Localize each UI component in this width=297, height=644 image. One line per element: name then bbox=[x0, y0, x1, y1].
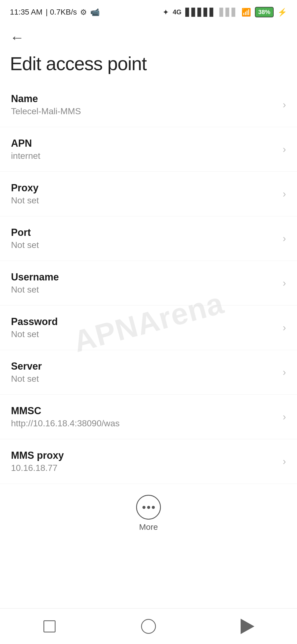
chevron-icon-server: › bbox=[283, 367, 286, 378]
settings-label-password: Password bbox=[11, 316, 277, 328]
settings-item-username[interactable]: Username Not set › bbox=[0, 261, 297, 305]
settings-item-port[interactable]: Port Not set › bbox=[0, 216, 297, 261]
page-title: Edit access point bbox=[0, 47, 297, 83]
battery-indicator: 38 % bbox=[255, 7, 274, 17]
settings-value-server: Not set bbox=[11, 374, 277, 384]
settings-item-port-content: Port Not set bbox=[11, 227, 277, 250]
settings-value-password: Not set bbox=[11, 329, 277, 339]
settings-item-username-content: Username Not set bbox=[11, 271, 277, 295]
settings-item-name[interactable]: Name Telecel-Mali-MMS › bbox=[0, 83, 297, 127]
status-bar: 11:35 AM | 0.7KB/s ⚙ 📹 ✦ 4G ▋▋▋▋▋ ▋▋▋ 📶 … bbox=[0, 0, 297, 22]
signal-bars-icon: ▋▋▋▋▋ bbox=[185, 8, 216, 17]
settings-label-server: Server bbox=[11, 361, 277, 372]
settings-item-server[interactable]: Server Not set › bbox=[0, 350, 297, 395]
signal-bars2-icon: ▋▋▋ bbox=[219, 8, 238, 17]
signal-4g-icon: 4G bbox=[173, 8, 182, 16]
chevron-icon-name: › bbox=[283, 99, 286, 111]
back-nav-button[interactable] bbox=[231, 615, 264, 637]
dot2 bbox=[147, 506, 150, 509]
chevron-icon-proxy: › bbox=[283, 188, 286, 200]
settings-label-name: Name bbox=[11, 93, 277, 105]
settings-item-mmsc[interactable]: MMSC http://10.16.18.4:38090/was › bbox=[0, 395, 297, 439]
settings-value-mmsc: http://10.16.18.4:38090/was bbox=[11, 418, 277, 429]
settings-item-apn[interactable]: APN internet › bbox=[0, 127, 297, 172]
settings-item-password[interactable]: Password Not set › bbox=[0, 305, 297, 350]
wifi-icon: 📶 bbox=[241, 8, 251, 17]
video-status-icon: 📹 bbox=[90, 8, 100, 17]
speed-display: | 0.7KB/s bbox=[46, 8, 77, 17]
recent-apps-icon bbox=[43, 620, 56, 632]
settings-item-mms-proxy-content: MMS proxy 10.16.18.77 bbox=[11, 450, 277, 473]
back-arrow-icon[interactable]: ← bbox=[10, 29, 24, 45]
settings-value-mms-proxy: 10.16.18.77 bbox=[11, 463, 277, 473]
back-nav-icon bbox=[241, 619, 254, 634]
settings-value-proxy: Not set bbox=[11, 195, 277, 206]
settings-label-mmsc: MMSC bbox=[11, 405, 277, 417]
home-button[interactable] bbox=[132, 615, 165, 637]
settings-label-mms-proxy: MMS proxy bbox=[11, 450, 277, 461]
time-display: 11:35 AM bbox=[10, 8, 42, 17]
settings-item-proxy-content: Proxy Not set bbox=[11, 182, 277, 206]
settings-item-mms-proxy[interactable]: MMS proxy 10.16.18.77 › bbox=[0, 439, 297, 484]
more-dots-icon bbox=[142, 506, 155, 509]
settings-value-name: Telecel-Mali-MMS bbox=[11, 106, 277, 116]
back-button-area[interactable]: ← bbox=[0, 22, 297, 47]
bluetooth-icon: ✦ bbox=[163, 8, 169, 17]
settings-list: Name Telecel-Mali-MMS › APN internet › P… bbox=[0, 83, 297, 484]
settings-item-name-content: Name Telecel-Mali-MMS bbox=[11, 93, 277, 116]
settings-value-username: Not set bbox=[11, 285, 277, 295]
chevron-icon-password: › bbox=[283, 322, 286, 334]
chevron-icon-username: › bbox=[283, 277, 286, 289]
settings-label-username: Username bbox=[11, 271, 277, 283]
status-right: ✦ 4G ▋▋▋▋▋ ▋▋▋ 📶 38 % ⚡ bbox=[163, 7, 287, 17]
dot3 bbox=[152, 506, 155, 509]
settings-label-apn: APN bbox=[11, 138, 277, 149]
settings-label-port: Port bbox=[11, 227, 277, 238]
settings-label-proxy: Proxy bbox=[11, 182, 277, 194]
settings-item-proxy[interactable]: Proxy Not set › bbox=[0, 172, 297, 216]
chevron-icon-mmsc: › bbox=[283, 411, 286, 423]
more-circle-button[interactable] bbox=[136, 495, 161, 520]
status-left: 11:35 AM | 0.7KB/s ⚙ 📹 bbox=[10, 8, 100, 17]
more-label: More bbox=[139, 522, 158, 532]
recent-apps-button[interactable] bbox=[33, 615, 66, 637]
settings-item-server-content: Server Not set bbox=[11, 361, 277, 384]
charging-icon: ⚡ bbox=[277, 8, 287, 17]
chevron-icon-mms-proxy: › bbox=[283, 456, 286, 467]
settings-item-apn-content: APN internet bbox=[11, 138, 277, 161]
dot1 bbox=[142, 506, 145, 509]
more-button-area[interactable]: More bbox=[0, 484, 297, 540]
chevron-icon-apn: › bbox=[283, 144, 286, 155]
settings-value-apn: internet bbox=[11, 151, 277, 161]
navigation-bar bbox=[0, 608, 297, 644]
settings-status-icon: ⚙ bbox=[80, 8, 87, 17]
home-icon bbox=[141, 619, 156, 634]
settings-item-password-content: Password Not set bbox=[11, 316, 277, 339]
chevron-icon-port: › bbox=[283, 233, 286, 244]
settings-item-mmsc-content: MMSC http://10.16.18.4:38090/was bbox=[11, 405, 277, 429]
settings-value-port: Not set bbox=[11, 240, 277, 250]
